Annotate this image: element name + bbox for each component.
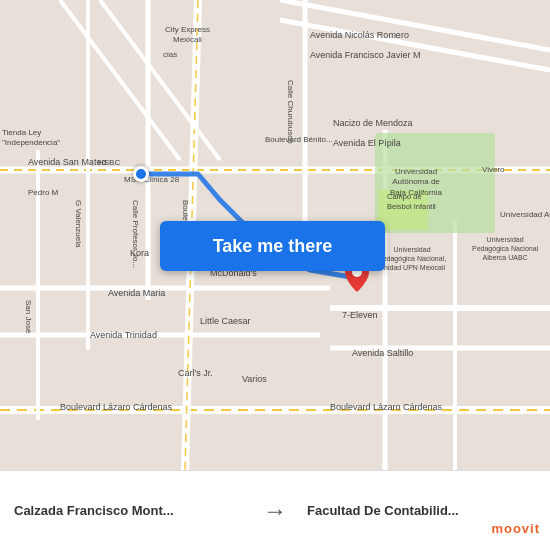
label-profesor: Calle Profesor Jo... — [131, 200, 140, 268]
label-churubusco: Calle Churubusco — [286, 80, 295, 144]
label-beisbol: Campo deBeisbol Infantil — [387, 192, 436, 212]
take-me-there-button[interactable]: Take me there — [160, 221, 385, 271]
svg-line-21 — [100, 0, 220, 160]
origin-label: Calzada Francisco Mont... — [14, 503, 243, 518]
moovit-logo: moovit — [491, 521, 540, 536]
street-label-lazaro-1: Boulevard Lázaro Cárdenas — [60, 402, 172, 412]
street-label-carls: Carl's Jr. — [178, 368, 213, 378]
label-alberca: UniversidadPedagógica NacionalAlberca UA… — [472, 235, 538, 262]
svg-rect-1 — [460, 220, 550, 310]
street-label-nacizo: Nacizo de Mendoza — [333, 118, 413, 128]
street-label-pipila: Avenida El Pípila — [333, 138, 401, 148]
svg-line-12 — [280, 20, 550, 70]
label-teatro: Boulevard Bénito... — [265, 135, 333, 144]
label-san-jose: San José — [24, 300, 33, 333]
label-office-depot: cias — [163, 50, 177, 59]
bottom-bar: Calzada Francisco Mont... → Facultad De … — [0, 470, 550, 550]
label-clinica: Pedro M — [28, 188, 58, 197]
label-hsbc: MSS Clínica 28 — [124, 175, 179, 184]
svg-line-22 — [60, 0, 180, 160]
svg-line-11 — [280, 0, 550, 50]
label-7eleven: HSBC — [98, 158, 120, 167]
street-label-nicolas-romero: Avenida Nicolás Romero — [310, 30, 409, 40]
route-arrow: → — [257, 497, 293, 525]
route-origin: Calzada Francisco Mont... — [0, 493, 257, 528]
label-pedagogica: UniversidadPedagógica Nacional,Unidad UP… — [378, 245, 446, 272]
street-label-monclova: 7-Eleven — [342, 310, 378, 320]
street-label-saltillo: Avenida Saltillo — [352, 348, 413, 358]
label-vivero: Vivero — [482, 165, 505, 174]
label-city-express: City ExpressMexicali — [165, 25, 210, 46]
label-valenzuela: G Valenzuela — [74, 200, 83, 247]
origin-marker — [133, 166, 149, 182]
street-label-francisco-javier: Avenida Francisco Javier M — [310, 50, 420, 60]
street-label-trinidad: Avenida Trinidad — [90, 330, 157, 340]
street-label-avenida-maria: Avenida Maria — [108, 288, 165, 298]
street-label-san-mateo: Avenida San Mateo — [28, 157, 106, 167]
map-container: Avenida Nicolás Romero Avenida Francisco… — [0, 0, 550, 470]
label-tienda-ley: Tienda Ley"Independencia" — [2, 128, 60, 149]
street-label-lazaro-2: Boulevard Lázaro Cárdenas — [330, 402, 442, 412]
street-label-varios: Varios — [242, 374, 267, 384]
street-label-little-caesar: Little Caesar — [200, 316, 251, 326]
label-pedro: Universidad Autónoma de Baja California — [500, 210, 550, 219]
dest-label: Facultad De Contabilid... — [307, 503, 536, 518]
